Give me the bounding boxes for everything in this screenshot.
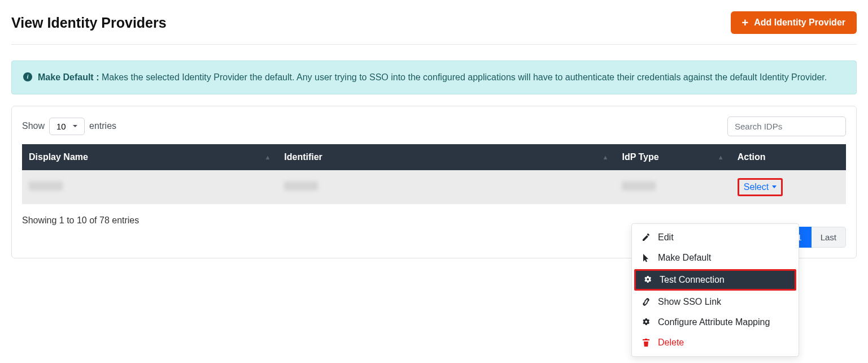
page-size-select[interactable]: 10 (49, 118, 85, 135)
row-action-select[interactable]: Select (738, 178, 783, 196)
col-idp-type[interactable]: IdP Type ▲ (615, 144, 730, 170)
cell-identifier (284, 182, 318, 191)
edit-icon (641, 233, 651, 242)
col-display-name[interactable]: Display Name ▲ (22, 144, 277, 170)
dropdown-test-connection[interactable]: Test Connection (634, 269, 796, 270)
cursor-icon (641, 253, 651, 262)
col-identifier[interactable]: Identifier ▲ (277, 144, 615, 170)
alert-text: Makes the selected Identity Provider the… (102, 72, 827, 82)
table-row: Select (22, 170, 846, 205)
info-icon: i (23, 72, 32, 81)
add-identity-provider-button[interactable]: + Add Identity Provider (731, 11, 857, 34)
col-action: Action (731, 144, 846, 170)
alert-label: Make Default : (38, 72, 102, 82)
page-last-button[interactable]: Last (812, 227, 846, 248)
show-label-prefix: Show (22, 121, 45, 131)
cell-idp-type (622, 182, 656, 191)
show-label-suffix: entries (89, 121, 116, 131)
dropdown-make-default[interactable]: Make Default (632, 248, 799, 268)
dropdown-edit[interactable]: Edit (632, 227, 799, 248)
row-action-dropdown: Edit Make Default Test Connection Show S… (631, 223, 799, 270)
idp-table: Display Name ▲ Identifier ▲ IdP Type ▲ A… (22, 144, 846, 205)
page-title: View Identity Providers (11, 15, 167, 31)
sort-icon: ▲ (718, 154, 724, 161)
sort-icon: ▲ (603, 154, 609, 161)
row-action-select-label: Select (744, 182, 769, 192)
add-identity-provider-label: Add Identity Provider (754, 18, 845, 28)
plus-icon: + (742, 17, 749, 28)
caret-down-icon (772, 185, 777, 188)
info-alert: i Make Default : Makes the selected Iden… (11, 60, 857, 94)
sort-icon: ▲ (264, 154, 271, 161)
cell-display-name (29, 182, 63, 191)
search-input[interactable] (727, 116, 846, 136)
showing-entries-text: Showing 1 to 10 of 78 entries (22, 215, 139, 226)
